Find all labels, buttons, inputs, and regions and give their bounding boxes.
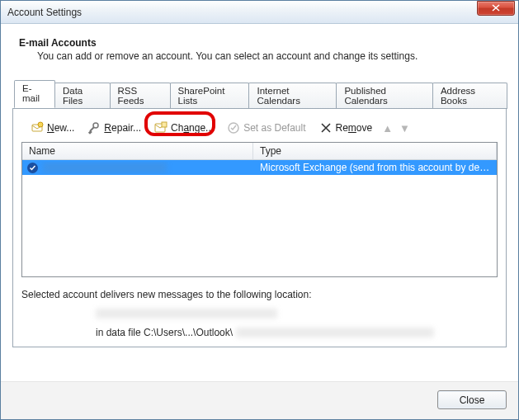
account-settings-window: Account Settings E-mail Accounts You can… — [0, 0, 519, 420]
accounts-grid[interactable]: Name Type Microsoft Exchange (send from … — [21, 142, 498, 277]
delivery-intro: Selected account delivers new messages t… — [21, 289, 498, 300]
delivery-location: Selected account delivers new messages t… — [21, 289, 498, 338]
repair-button[interactable]: Repair... — [82, 119, 147, 137]
svg-point-1 — [38, 122, 43, 127]
delivery-path-prefix: in data file C:\Users\...\Outlook\ — [96, 327, 233, 338]
window-title: Account Settings — [7, 7, 477, 18]
close-button[interactable]: Close — [437, 390, 507, 409]
svg-rect-5 — [162, 122, 167, 127]
column-header-type[interactable]: Type — [253, 143, 497, 159]
account-row[interactable]: Microsoft Exchange (send from this accou… — [22, 160, 497, 175]
close-icon — [492, 4, 500, 12]
set-default-icon — [227, 121, 240, 134]
tab-sharepoint-lists[interactable]: SharePoint Lists — [170, 83, 250, 109]
titlebar: Account Settings — [1, 1, 518, 24]
section-subtext: You can add or remove an account. You ca… — [37, 50, 507, 62]
svg-point-2 — [93, 123, 98, 128]
section-heading: E-mail Accounts — [19, 37, 507, 49]
remove-icon — [319, 121, 333, 134]
tab-rss-feeds[interactable]: RSS Feeds — [110, 83, 171, 109]
account-name-value — [43, 163, 167, 172]
window-close-button[interactable] — [477, 1, 515, 16]
dialog-footer: Close — [1, 381, 518, 419]
change-button[interactable]: Change... — [149, 119, 219, 137]
tab-data-files[interactable]: Data Files — [54, 83, 111, 109]
remove-button[interactable]: Remove — [314, 119, 379, 137]
delivery-location-name — [96, 309, 277, 319]
toolbar: New... Repair... Change... — [21, 117, 498, 142]
content-area: E-mail Accounts You can add or remove an… — [1, 24, 518, 381]
delivery-path-value — [236, 328, 434, 337]
set-default-button: Set as Default — [221, 119, 311, 137]
column-header-name[interactable]: Name — [22, 143, 253, 159]
grid-header: Name Type — [22, 143, 497, 160]
new-icon — [31, 121, 44, 134]
move-down-button: ▼ — [397, 122, 413, 134]
tab-address-books[interactable]: Address Books — [432, 83, 507, 109]
svg-rect-3 — [88, 130, 92, 134]
default-account-icon — [27, 163, 38, 173]
tab-email[interactable]: E-mail — [14, 80, 55, 108]
tab-published-calendars[interactable]: Published Calendars — [336, 83, 433, 109]
account-type-value: Microsoft Exchange (send from this accou… — [253, 161, 497, 174]
tab-strip: E-mail Data Files RSS Feeds SharePoint L… — [12, 80, 507, 108]
change-icon — [154, 121, 167, 134]
tab-pane-email: New... Repair... Change... — [12, 108, 507, 347]
new-button[interactable]: New... — [25, 119, 80, 137]
move-up-button: ▲ — [380, 122, 395, 134]
repair-icon — [87, 121, 101, 134]
tab-internet-calendars[interactable]: Internet Calendars — [248, 83, 337, 109]
